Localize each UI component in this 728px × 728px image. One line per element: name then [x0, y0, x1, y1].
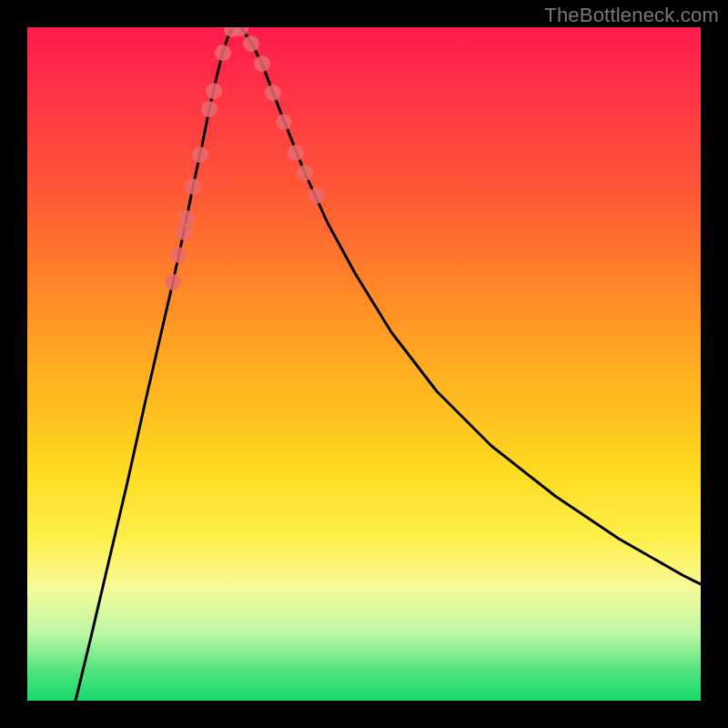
highlight-marker [265, 85, 281, 101]
highlight-marker [185, 178, 201, 195]
highlight-marker [165, 274, 181, 290]
highlight-marker [215, 45, 231, 61]
highlight-marker [288, 145, 304, 161]
highlight-marker [192, 147, 208, 163]
highlight-marker [276, 114, 292, 130]
highlight-marker [254, 56, 270, 72]
highlight-marker [243, 35, 259, 52]
highlight-marker [201, 101, 217, 117]
bottleneck-curve [76, 27, 701, 701]
highlight-marker [170, 247, 187, 263]
watermark-text: TheBottleneck.com [544, 4, 719, 27]
curve-svg [27, 27, 701, 701]
highlight-marker [176, 224, 192, 240]
highlight-markers [165, 27, 325, 290]
highlight-marker [308, 187, 325, 204]
highlight-marker [178, 210, 195, 227]
chart-frame: TheBottleneck.com [0, 0, 728, 728]
highlight-marker [297, 165, 313, 181]
highlight-marker [206, 83, 222, 99]
plot-area [27, 27, 701, 701]
